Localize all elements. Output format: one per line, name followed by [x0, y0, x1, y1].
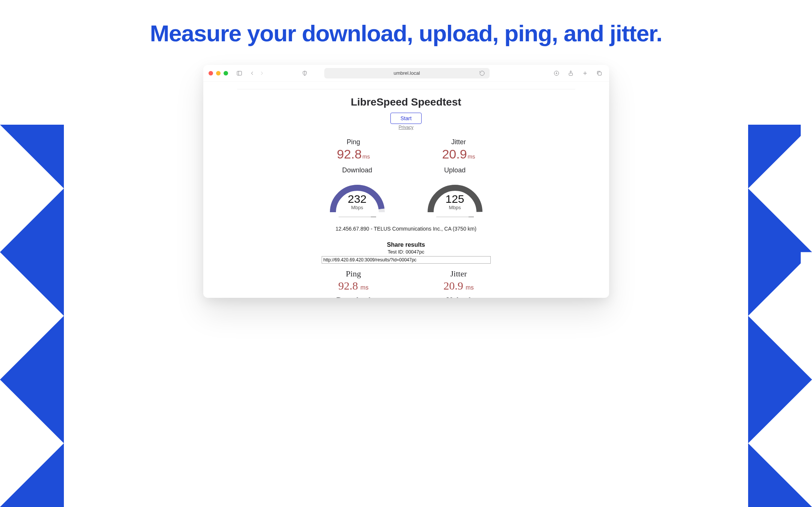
- upload-gauge: 125 Mbps: [423, 177, 487, 214]
- jitter-unit: ms: [468, 153, 475, 160]
- address-bar[interactable]: umbrel.local: [324, 68, 490, 78]
- jitter-label: Jitter: [427, 138, 491, 146]
- tabs-overview-icon[interactable]: [595, 69, 604, 78]
- page-content: LibreSpeed Speedtest Start Privacy Ping …: [203, 81, 609, 298]
- start-button[interactable]: Start: [390, 113, 422, 124]
- preview-download-label: Download: [322, 295, 386, 298]
- window-minimize-button[interactable]: [216, 71, 221, 75]
- download-unit: Mbps: [325, 205, 389, 210]
- forward-button[interactable]: [257, 69, 266, 78]
- window-close-button[interactable]: [209, 71, 213, 75]
- share-results-heading: Share results: [237, 241, 575, 248]
- preview-jitter-value: 20.9: [443, 279, 463, 292]
- ip-info-line: 12.456.67.890 - TELUS Communications Inc…: [237, 226, 575, 232]
- download-value: 232: [325, 193, 389, 205]
- ping-unit: ms: [363, 153, 370, 160]
- traffic-lights: [209, 71, 228, 75]
- upload-label: Upload: [417, 166, 493, 174]
- preview-ping-value: 92.8: [338, 279, 358, 292]
- download-gauge: 232 Mbps: [325, 177, 389, 214]
- svg-rect-16: [598, 72, 601, 75]
- upload-sparkline: [436, 216, 474, 217]
- preview-ping-label: Ping: [322, 269, 386, 279]
- preview-ping-unit: ms: [360, 284, 368, 291]
- share-url-input[interactable]: [322, 256, 491, 264]
- downloads-icon[interactable]: [552, 69, 561, 78]
- svg-marker-0: [0, 125, 64, 252]
- upload-value: 125: [423, 193, 487, 205]
- svg-marker-1: [0, 252, 64, 379]
- divider: [237, 89, 575, 89]
- decorative-geo-right: [748, 125, 812, 507]
- svg-marker-5: [748, 380, 812, 507]
- ping-value: 92.8: [337, 147, 361, 161]
- address-bar-text: umbrel.local: [393, 70, 420, 76]
- svg-rect-6: [801, 125, 812, 189]
- preview-jitter-unit: ms: [466, 284, 473, 291]
- svg-rect-7: [801, 252, 812, 316]
- svg-rect-8: [237, 71, 242, 75]
- new-tab-icon[interactable]: [581, 69, 590, 78]
- marketing-headline: Measure your download, upload, ping, and…: [0, 21, 812, 46]
- sidebar-toggle-icon[interactable]: [235, 69, 244, 78]
- decorative-geo-left: [0, 125, 64, 507]
- svg-marker-2: [0, 380, 64, 507]
- jitter-value: 20.9: [442, 147, 467, 161]
- browser-chrome: umbrel.local: [203, 65, 609, 81]
- download-sparkline: [339, 216, 376, 217]
- reload-icon[interactable]: [478, 69, 487, 78]
- privacy-link[interactable]: Privacy: [237, 125, 575, 130]
- download-label: Download: [320, 166, 395, 174]
- preview-jitter-label: Jitter: [427, 269, 491, 279]
- ping-label: Ping: [322, 138, 386, 146]
- browser-window: umbrel.local LibreSpeed Speedtest Start: [203, 65, 609, 298]
- shield-icon[interactable]: [300, 69, 309, 78]
- upload-unit: Mbps: [423, 205, 487, 210]
- back-button[interactable]: [248, 69, 257, 78]
- app-title: LibreSpeed Speedtest: [237, 96, 575, 108]
- window-zoom-button[interactable]: [224, 71, 228, 75]
- test-id-line: Test ID: 00047pc: [237, 249, 575, 255]
- share-icon[interactable]: [566, 69, 575, 78]
- preview-upload-label: Upload: [427, 295, 491, 298]
